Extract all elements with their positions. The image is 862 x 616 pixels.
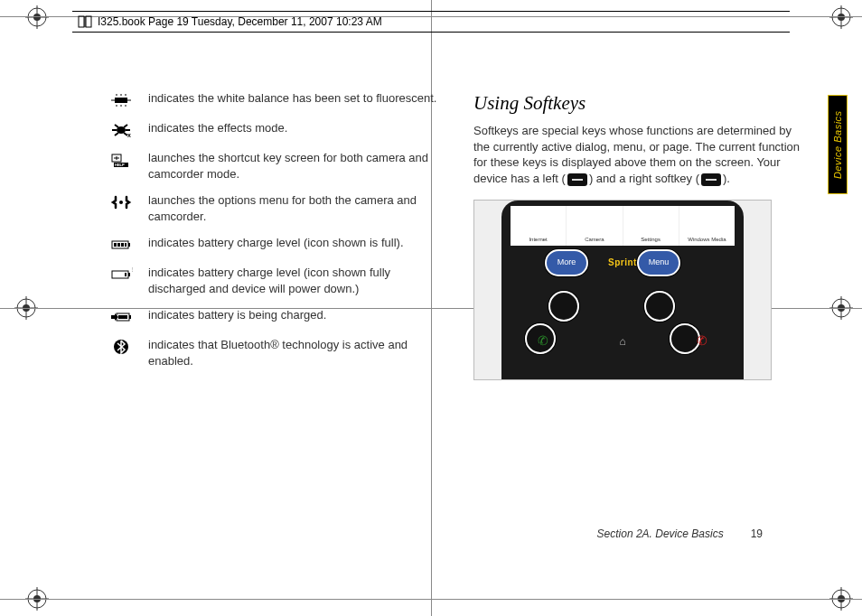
legend-text: launches the shortcut key screen for bot…: [148, 150, 443, 182]
effects-mode-icon: x: [108, 121, 134, 139]
app-icon-internet: Internet: [511, 206, 567, 246]
section-tab: Device Basics: [828, 95, 848, 194]
right-softkey-icon: [701, 173, 721, 186]
legend-row: HELP launches the shortcut key screen fo…: [108, 150, 443, 182]
legend-row: indicates the white balance has been set…: [108, 90, 443, 109]
legend-row: indicates that Bluetooth® technology is …: [108, 337, 443, 369]
svg-rect-55: [125, 243, 126, 247]
key-highlight-ring: [644, 291, 675, 322]
legend-text: launches the options menu for both the c…: [148, 192, 443, 224]
svg-text:x: x: [127, 132, 131, 138]
header-text: I325.book Page 19 Tuesday, December 11, …: [98, 15, 382, 28]
svg-rect-62: [118, 315, 127, 319]
key-highlight-ring: [670, 323, 700, 354]
svg-rect-52: [114, 243, 117, 247]
key-highlight-ring: [548, 291, 579, 322]
svg-rect-27: [115, 98, 127, 103]
legend-text: indicates battery is being charged.: [148, 307, 326, 323]
svg-rect-51: [128, 243, 130, 247]
battery-full-icon: [108, 236, 134, 254]
battery-empty-icon: !: [108, 266, 134, 284]
legend-row: launches the options menu for both the c…: [108, 192, 443, 224]
bluetooth-active-icon: [108, 338, 134, 356]
svg-rect-57: [128, 273, 130, 276]
svg-point-49: [119, 201, 123, 204]
legend-text: indicates battery charge level (icon sho…: [148, 265, 443, 296]
brand-logo: Sprint: [501, 257, 744, 269]
options-menu-icon: [108, 193, 134, 211]
icon-legend-column: indicates the white balance has been set…: [108, 90, 443, 544]
svg-rect-58: [125, 273, 126, 276]
home-key-icon: ⌂: [619, 334, 625, 349]
book-icon: [78, 14, 92, 29]
call-key-icon: ✆: [538, 332, 548, 350]
svg-rect-24: [79, 16, 84, 27]
white-balance-fluorescent-icon: [108, 91, 134, 109]
legend-row: indicates battery is being charged.: [108, 307, 443, 326]
legend-text: indicates that Bluetooth® technology is …: [148, 337, 443, 369]
svg-text:HELP: HELP: [115, 163, 125, 167]
svg-line-41: [115, 133, 118, 135]
registration-mark-icon: [829, 5, 853, 29]
svg-rect-53: [117, 243, 120, 247]
app-icon-settings: Settings: [623, 206, 679, 246]
softkeys-column: Using Softkeys Softkeys are special keys…: [473, 90, 808, 544]
svg-line-39: [115, 125, 118, 127]
svg-line-40: [124, 125, 127, 127]
legend-row: ! indicates battery charge level (icon s…: [108, 265, 443, 296]
para-part: ) and a right softkey (: [589, 172, 699, 185]
legend-text: indicates the effects mode.: [148, 120, 287, 136]
section-heading: Using Softkeys: [473, 90, 808, 116]
svg-rect-61: [129, 315, 131, 319]
legend-row: indicates battery charge level (icon sho…: [108, 235, 443, 254]
app-icon-camera: Camera: [567, 206, 623, 246]
svg-text:!: !: [132, 266, 133, 274]
legend-row: x indicates the effects mode.: [108, 120, 443, 139]
footer-section: Section 2A. Device Basics: [597, 527, 724, 540]
svg-rect-54: [121, 243, 124, 247]
registration-mark-icon: [25, 5, 49, 29]
page-footer: Section 2A. Device Basics 19: [597, 527, 763, 540]
para-part: ).: [723, 172, 730, 185]
app-icon-windows-media: Windows Media: [679, 206, 735, 246]
shortcut-help-icon: HELP: [108, 151, 134, 169]
legend-text: indicates the white balance has been set…: [148, 90, 436, 107]
page-number: 19: [751, 527, 763, 540]
left-softkey-icon: [567, 173, 587, 186]
end-key-icon: ✆: [697, 332, 707, 350]
softkeys-paragraph: Softkeys are special keys whose function…: [473, 123, 808, 186]
svg-rect-25: [86, 16, 91, 27]
battery-charging-icon: [108, 308, 134, 326]
page-header-bar: I325.book Page 19 Tuesday, December 11, …: [72, 11, 790, 33]
device-illustration: Internet Camera Settings Windows Media M…: [473, 200, 772, 380]
legend-text: indicates battery charge level (icon sho…: [148, 235, 404, 251]
phone-screen: Internet Camera Settings Windows Media: [511, 206, 735, 246]
